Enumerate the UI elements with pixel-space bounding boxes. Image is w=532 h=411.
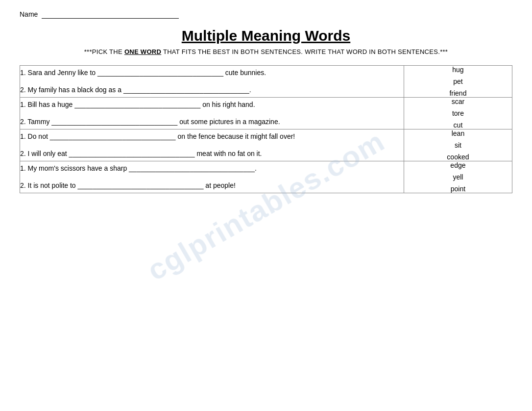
- sentence-1-1: 2. Tammy _______________________________…: [20, 116, 404, 128]
- sentence-3-1: 2. It is not polite to _________________…: [20, 180, 404, 192]
- word-option-1-2: cut: [454, 121, 463, 129]
- sentence-0-1: 2. My family has a black dog as a ______…: [20, 84, 404, 96]
- word-option-1-1: tore: [452, 109, 464, 117]
- word-option-2-2: cooked: [447, 153, 469, 161]
- word-option-0-1: pet: [453, 77, 462, 85]
- name-label: Name: [20, 10, 38, 18]
- word-cell-1: scartorecut: [404, 98, 512, 129]
- word-option-2-1: sit: [455, 141, 461, 149]
- name-field[interactable]: [42, 10, 179, 19]
- word-option-0-0: hug: [452, 66, 463, 74]
- word-option-2-0: lean: [452, 129, 464, 137]
- sentence-cell-1: 1. Bill has a huge _____________________…: [20, 98, 404, 129]
- word-option-0-2: friend: [449, 89, 466, 97]
- sentence-3-0: 1. My mom's scissors have a sharp ______…: [20, 162, 404, 175]
- word-option-3-0: edge: [450, 161, 465, 169]
- word-option-3-2: point: [451, 185, 465, 193]
- word-cell-3: edgeyellpoint: [404, 161, 512, 193]
- worksheet-table: 1. Sara and Jenny like to ______________…: [20, 65, 512, 193]
- subtitle-key: ONE WORD: [124, 48, 161, 55]
- word-option-3-1: yell: [453, 173, 463, 181]
- sentence-cell-0: 1. Sara and Jenny like to ______________…: [20, 66, 404, 98]
- sentence-cell-3: 1. My mom's scissors have a sharp ______…: [20, 161, 404, 193]
- sentence-2-0: 1. Do not ______________________________…: [20, 130, 404, 143]
- subtitle-prefix: ***PICK THE: [84, 48, 124, 55]
- subtitle: ***PICK THE ONE WORD THAT FITS THE BEST …: [20, 48, 512, 55]
- sentence-cell-2: 1. Do not ______________________________…: [20, 129, 404, 161]
- subtitle-suffix: THAT FITS THE BEST IN BOTH SENTENCES. WR…: [161, 48, 448, 55]
- sentence-0-0: 1. Sara and Jenny like to ______________…: [20, 67, 404, 79]
- sentence-1-0: 1. Bill has a huge _____________________…: [20, 99, 404, 111]
- word-cell-0: hugpetfriend: [404, 66, 512, 98]
- word-cell-2: leansitcooked: [404, 129, 512, 161]
- page-title: Multiple Meaning Words: [20, 27, 512, 44]
- sentence-2-1: 2. I will only eat _____________________…: [20, 148, 404, 160]
- word-option-1-0: scar: [452, 98, 464, 105]
